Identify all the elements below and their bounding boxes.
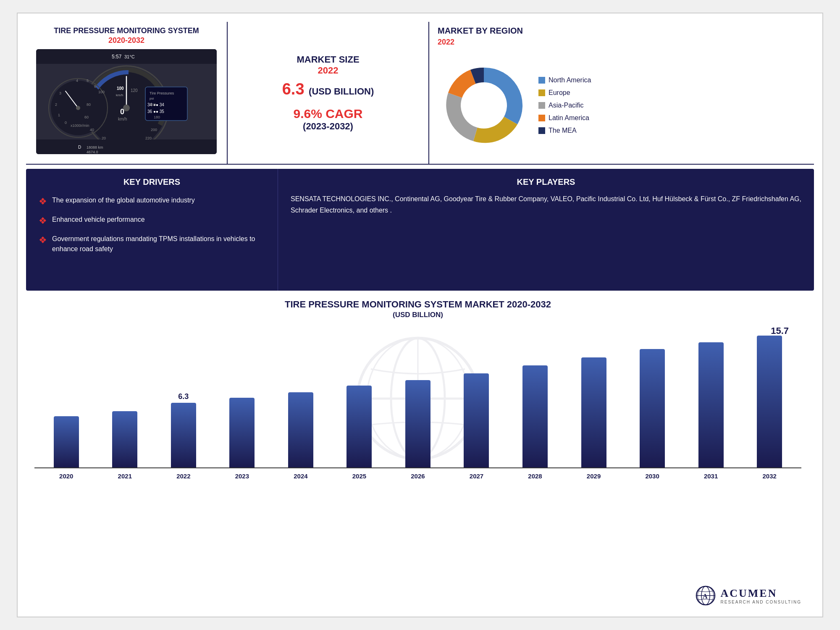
svg-text:200: 200	[151, 128, 157, 132]
driver-icon-1: ❖	[39, 196, 47, 207]
driver-text-3: Government regulations mandating TPMS in…	[52, 234, 265, 254]
bar-2022	[171, 403, 196, 467]
svg-text:20: 20	[102, 136, 106, 140]
svg-text:160: 160	[150, 102, 156, 107]
bar-2031	[698, 342, 724, 467]
svg-text:18088 km: 18088 km	[87, 145, 103, 150]
bar-2025	[346, 386, 372, 467]
svg-text:100: 100	[117, 86, 124, 91]
svg-text:km/h: km/h	[118, 117, 127, 121]
svg-text:2: 2	[55, 102, 57, 107]
acumen-logo: A ACUMEN RESEARCH AND CONSULTING	[695, 585, 801, 606]
market-size-value: 6.3 (USD BILLION)	[282, 80, 374, 98]
market-size-label: MARKET SIZE	[297, 54, 359, 65]
year-label-2030: 2030	[625, 470, 680, 480]
dashboard-image: 5:57 31°C 0 km/h	[36, 49, 217, 154]
year-label-2022: 2022	[156, 470, 211, 480]
chart-subtitle: (USD BILLION)	[34, 311, 801, 319]
region-title: MARKET BY REGION	[438, 26, 806, 36]
legend-label-asia-pacific: Asia-Pacific	[549, 102, 584, 109]
legend-color-europe	[538, 89, 545, 96]
legend-label-mea: The MEA	[549, 127, 577, 134]
bars-container: 6.3	[34, 326, 801, 468]
svg-text:31°C: 31°C	[124, 54, 135, 59]
year-label-2031: 2031	[683, 470, 739, 480]
legend-asia-pacific: Asia-Pacific	[538, 102, 591, 109]
svg-text:36 ●● 35: 36 ●● 35	[147, 109, 164, 114]
bar-group-2032	[742, 326, 797, 467]
bar-group-2023	[215, 326, 270, 467]
acumen-brand-name: ACUMEN	[720, 587, 801, 600]
svg-text:0: 0	[120, 108, 124, 116]
bar-group-2024	[273, 326, 328, 467]
driver-icon-2: ❖	[39, 215, 47, 226]
driver-icon-3: ❖	[39, 235, 47, 246]
bottom-bar: A ACUMEN RESEARCH AND CONSULTING	[26, 583, 814, 608]
donut-chart	[438, 59, 530, 152]
middle-section: KEY DRIVERS ❖ The expansion of the globa…	[26, 169, 814, 291]
svg-text:3: 3	[59, 91, 61, 95]
bar-group-2029	[566, 326, 622, 467]
bar-2020	[54, 416, 79, 467]
svg-text:6: 6	[94, 84, 96, 89]
year-label-2023: 2023	[215, 470, 270, 480]
bar-2024	[288, 392, 313, 467]
svg-text:40: 40	[90, 128, 94, 132]
bar-group-2021	[97, 326, 153, 467]
legend-label-north-america: North America	[549, 76, 591, 84]
legend-latin-america: Latin America	[538, 114, 591, 122]
chart-area: 15.7 6.3 2020202120222023202420252026202…	[34, 326, 801, 485]
key-players: KEY PLAYERS SENSATA TECHNOLOGIES INC., C…	[278, 169, 814, 291]
bar-group-2028	[507, 326, 563, 467]
svg-text:220: 220	[145, 136, 152, 140]
svg-text:Tire Pressures: Tire Pressures	[150, 91, 174, 95]
year-label-2027: 2027	[449, 470, 504, 480]
driver-text-1: The expansion of the global automotive i…	[52, 195, 195, 205]
bar-group-2026	[390, 326, 446, 467]
chart-title: TIRE PRESSURE MONITORING SYSTEM MARKET 2…	[34, 299, 801, 310]
year-label-2028: 2028	[507, 470, 563, 480]
svg-text:1: 1	[58, 113, 60, 117]
bar-2030	[640, 349, 665, 467]
driver-item-2: ❖ Enhanced vehicle performance	[39, 215, 265, 226]
bar-group-2022: 6.3	[156, 326, 211, 467]
year-label-2025: 2025	[332, 470, 387, 480]
bar-group-2031	[683, 326, 739, 467]
svg-text:D: D	[78, 145, 81, 150]
acumen-sub-label: RESEARCH AND CONSULTING	[720, 600, 801, 604]
svg-text:km/h: km/h	[116, 93, 123, 97]
svg-text:5:57: 5:57	[112, 54, 122, 60]
svg-text:psi: psi	[150, 97, 154, 100]
svg-text:4674.0: 4674.0	[87, 150, 98, 154]
acumen-globe-icon: A	[695, 585, 716, 606]
year-label-2024: 2024	[273, 470, 328, 480]
year-label-2032: 2032	[742, 470, 797, 480]
driver-text-2: Enhanced vehicle performance	[52, 215, 145, 225]
svg-text:0: 0	[65, 121, 67, 125]
legend-color-mea	[538, 127, 545, 134]
driver-item-1: ❖ The expansion of the global automotive…	[39, 195, 265, 207]
bar-2032	[757, 336, 782, 467]
svg-text:4: 4	[76, 79, 78, 83]
legend-europe: Europe	[538, 89, 591, 97]
bar-2029	[581, 357, 606, 467]
bar-group-2025	[332, 326, 387, 467]
legend-label-europe: Europe	[549, 89, 570, 97]
svg-text:x1000r/min: x1000r/min	[71, 123, 89, 128]
svg-point-19	[76, 106, 80, 110]
market-size-year: 2022	[318, 65, 339, 76]
key-drivers-title: KEY DRIVERS	[39, 177, 265, 187]
svg-rect-27	[36, 139, 217, 154]
top-section: TIRE PRESSURE MONITORING SYSTEM 2020-203…	[26, 22, 814, 165]
bar-2023	[229, 398, 255, 467]
year-label-2020: 2020	[39, 470, 94, 480]
legend-color-asia-pacific	[538, 102, 545, 109]
region-content: North America Europe Asia-Pacific Latin …	[438, 51, 806, 160]
driver-item-3: ❖ Government regulations mandating TPMS …	[39, 234, 265, 254]
legend-color-latin-america	[538, 115, 545, 121]
bar-2021	[112, 411, 137, 467]
legend-north-america: North America	[538, 76, 591, 84]
year-label-2026: 2026	[390, 470, 446, 480]
cagr-value: 9.6% CAGR	[293, 107, 362, 121]
bar-2026	[405, 380, 430, 467]
